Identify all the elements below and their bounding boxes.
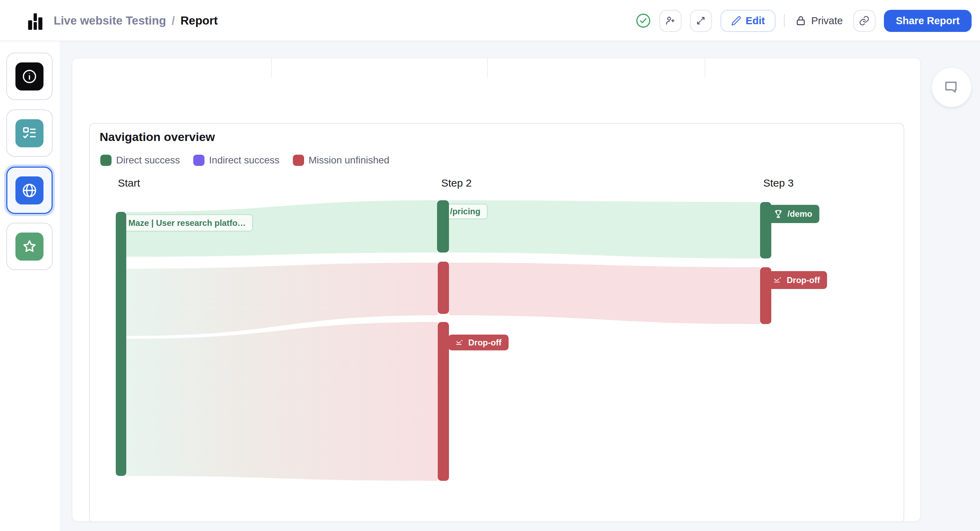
dropoff-step2-label: Drop-off	[468, 338, 501, 348]
node-chip-dropoff-step2[interactable]: Drop-off	[448, 335, 509, 350]
start-node-label: Maze | User research platfo…	[128, 218, 246, 228]
maze-logo-icon[interactable]	[27, 13, 44, 30]
share-report-label: Share Report	[896, 15, 960, 27]
node-chip-pricing[interactable]: /pricing	[443, 204, 488, 219]
link-icon	[859, 15, 870, 26]
column-label-start: Start	[118, 177, 140, 189]
checklist-icon	[16, 119, 43, 147]
breadcrumb-parent[interactable]: Live website Testing	[54, 14, 166, 27]
canvas-column-divider	[487, 58, 488, 77]
fullscreen-button[interactable]	[690, 10, 712, 32]
header-actions: Edit Private Share Report	[636, 0, 972, 41]
privacy-label: Private	[811, 15, 843, 27]
header-divider	[784, 14, 784, 27]
pricing-node-label: /pricing	[450, 207, 480, 216]
block-sidebar	[0, 41, 60, 531]
top-header: Live website Testing / Report	[0, 0, 980, 41]
dropoff-step3-label: Drop-off	[787, 275, 820, 285]
sankey-chart: Start Step 2 Step 3 Maze |	[90, 124, 905, 521]
sankey-node-demo[interactable]	[760, 202, 771, 259]
link-pricing-demo[interactable]	[449, 200, 760, 259]
expand-icon	[695, 15, 706, 26]
copy-link-button[interactable]	[853, 10, 875, 32]
sankey-node-dropoff-step3[interactable]	[760, 267, 771, 324]
sidebar-item-favorites[interactable]	[6, 223, 52, 270]
edit-button[interactable]: Edit	[721, 10, 775, 32]
report-canvas: Navigation overview Direct success Indir…	[72, 58, 921, 521]
column-label-step3: Step 3	[763, 177, 794, 189]
globe-icon	[16, 176, 43, 205]
sankey-node-dropoff-step2[interactable]	[438, 322, 449, 481]
canvas-column-divider	[705, 58, 705, 77]
info-icon	[16, 62, 43, 91]
node-chip-demo[interactable]: /demo	[766, 205, 819, 223]
sankey-node-unfinished-step2[interactable]	[438, 262, 449, 314]
invite-user-button[interactable]	[659, 10, 681, 32]
column-label-step2: Step 2	[441, 177, 472, 189]
navigation-overview-card: Navigation overview Direct success Indir…	[89, 123, 904, 521]
privacy-status[interactable]: Private	[793, 15, 845, 27]
sankey-node-pricing[interactable]	[437, 200, 449, 253]
chat-bubble-icon	[943, 79, 960, 95]
link-start-dropoff2[interactable]	[126, 322, 438, 481]
breadcrumb: Live website Testing / Report	[54, 0, 218, 41]
canvas-column-divider	[271, 58, 272, 77]
pencil-icon	[731, 16, 741, 26]
drop-off-icon	[455, 338, 465, 347]
drop-off-icon	[773, 275, 783, 285]
lock-icon	[795, 15, 807, 26]
sidebar-item-navigation[interactable]	[6, 167, 52, 214]
trophy-icon	[773, 209, 784, 219]
node-chip-start[interactable]: Maze | User research platfo…	[121, 214, 253, 232]
edit-button-label: Edit	[746, 15, 765, 27]
demo-node-label: /demo	[788, 209, 812, 219]
star-icon	[16, 232, 43, 261]
node-chip-dropoff-step3[interactable]: Drop-off	[766, 271, 827, 289]
sidebar-item-tasks[interactable]	[6, 110, 52, 157]
breadcrumb-separator: /	[172, 14, 175, 27]
comments-button[interactable]	[932, 68, 971, 107]
sidebar-item-info[interactable]	[6, 52, 52, 100]
share-report-button[interactable]: Share Report	[884, 10, 972, 32]
breadcrumb-current: Report	[180, 14, 218, 27]
person-add-icon	[665, 15, 676, 26]
sankey-node-start[interactable]	[116, 212, 126, 476]
link-unfinished-dropoff3[interactable]	[449, 263, 760, 324]
check-circle-icon	[636, 13, 651, 29]
